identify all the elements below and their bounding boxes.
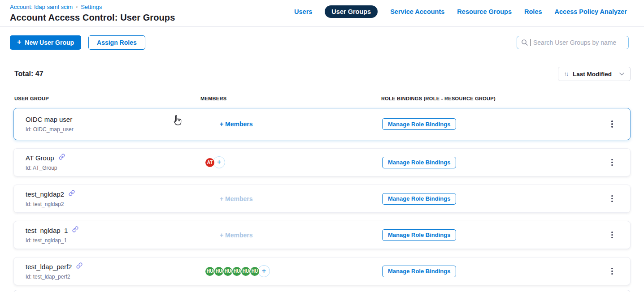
breadcrumb-separator: › [76,3,78,11]
add-members-link[interactable]: + Members [220,195,253,202]
chevron-down-icon [619,73,624,76]
user-group-id: Id: test_ngldap_1 [26,237,201,244]
user-group-cell: test_ngldap_1Id: test_ngldap_1 [26,226,201,244]
tab-service-accounts[interactable]: Service Accounts [390,8,444,15]
kebab-dot [611,234,613,236]
link-icon [59,154,65,162]
new-user-group-button[interactable]: + New User Group [10,35,81,50]
breadcrumb-settings-link[interactable]: Settings [81,3,102,11]
kebab-menu-icon[interactable] [609,266,615,277]
role-bindings-cell: Manage Role Bindings [382,193,594,205]
member-avatars: AT+ [205,156,382,168]
user-group-name-line: test_ngldap2 [26,190,201,198]
sort-label: Last Modified [573,71,612,77]
manage-role-bindings-button[interactable]: Manage Role Bindings [382,266,456,277]
search-input[interactable] [533,39,624,46]
user-group-name: OIDC map user [26,116,72,123]
user-group-name-line: OIDC map user [26,116,201,123]
members-cell: + Members [201,231,382,239]
user-groups-list-panel: Total: 47 ↑↓ Last Modified USER GROUP ME… [0,66,644,292]
user-group-name-line: AT Group [26,154,201,162]
page-title: Account Access Control: User Groups [10,13,175,23]
members-cell: HUHUHUHUHUHU+ [201,265,382,277]
kebab-dot [611,237,613,239]
assign-roles-button[interactable]: Assign Roles [88,35,145,50]
manage-role-bindings-button[interactable]: Manage Role Bindings [382,193,456,205]
user-group-name: AT Group [26,154,54,162]
kebab-dot [611,271,613,272]
user-group-name: test_ldap_perf2 [26,263,72,271]
table-row[interactable]: AT GroupId: AT_GroupAT+Manage Role Bindi… [13,148,631,176]
user-group-cell: AT GroupId: AT_Group [26,154,201,171]
role-bindings-cell: Manage Role Bindings [382,229,594,241]
table-row[interactable]: OIDC map userId: OIDC_map_user+ MembersM… [13,108,631,140]
tab-access-policy-analyzer[interactable]: Access Policy Analyzer [555,8,627,15]
kebab-dot [611,232,613,233]
role-bindings-cell: Manage Role Bindings [382,118,594,130]
new-user-group-label: New User Group [25,39,74,46]
link-icon [69,190,75,198]
kebab-dot [611,123,613,125]
summary-row: Total: 47 ↑↓ Last Modified [13,66,631,82]
user-group-name: test_ngldap_1 [26,227,68,234]
user-group-cell: test_ldap_perf2Id: test_ldap_perf2 [26,262,201,280]
table-row[interactable]: test_ldap_perf2Id: test_ldap_perf2HUHUHU… [13,257,631,285]
sort-dropdown[interactable]: ↑↓ Last Modified [558,67,631,81]
user-group-name-line: test_ldap_perf2 [26,262,201,271]
kebab-dot [611,268,613,270]
user-group-id: Id: test_ldap_perf2 [26,274,201,280]
link-icon [76,262,83,271]
manage-role-bindings-button[interactable]: Manage Role Bindings [382,157,456,168]
tab-roles[interactable]: Roles [524,8,542,15]
table-row[interactable]: test_ngldap2Id: test_ngldap2+ MembersMan… [13,185,631,213]
toolbar: + New User Group Assign Roles [0,27,644,58]
kebab-menu-icon[interactable] [609,157,615,168]
member-avatar[interactable]: HU [249,266,260,277]
kebab-dot [611,201,613,202]
breadcrumb: Account: ldap saml scim › Settings [10,3,175,11]
kebab-menu-icon[interactable] [609,119,615,129]
header-left: Account: ldap saml scim › Settings Accou… [10,3,175,23]
right-edge-divider [642,29,642,292]
add-members-link[interactable]: + Members [220,232,253,239]
search-box[interactable] [517,36,629,49]
column-header-members: MEMBERS [200,96,381,101]
members-cell: + Members [201,195,382,203]
text-cursor [531,39,531,46]
link-icon [72,226,78,234]
user-group-rows: OIDC map userId: OIDC_map_user+ MembersM… [13,108,631,285]
kebab-dot [611,162,613,163]
user-group-name-line: test_ngldap_1 [26,226,201,234]
column-header-user-group: USER GROUP [14,96,200,101]
tab-resource-groups[interactable]: Resource Groups [457,8,512,15]
plus-icon: + [17,38,21,46]
member-avatar[interactable]: AT [205,157,215,168]
user-group-id: Id: AT_Group [26,165,201,171]
user-group-id: Id: OIDC_map_user [26,126,201,133]
kebab-menu-icon[interactable] [609,230,615,240]
breadcrumb-account-link[interactable]: Account: ldap saml scim [10,3,73,11]
manage-role-bindings-button[interactable]: Manage Role Bindings [382,229,456,241]
add-members-link[interactable]: + Members [220,120,253,128]
role-bindings-cell: Manage Role Bindings [382,266,594,277]
kebab-dot [611,159,613,161]
member-avatars: HUHUHUHUHUHU+ [205,265,382,277]
members-cell: AT+ [201,156,382,168]
tab-users[interactable]: Users [294,8,312,15]
sort-arrows-icon: ↑↓ [564,71,568,77]
total-count: Total: 47 [13,70,44,78]
user-group-cell: OIDC map userId: OIDC_map_user [26,116,201,133]
kebab-menu-icon[interactable] [609,193,615,204]
kebab-dot [611,126,613,128]
kebab-dot [611,273,613,275]
manage-role-bindings-button[interactable]: Manage Role Bindings [382,118,456,130]
table-row[interactable]: test_ngldap_1Id: test_ngldap_1+ MembersM… [13,221,631,249]
kebab-dot [611,120,613,122]
table-column-headers: USER GROUP MEMBERS ROLE BINDINGS (ROLE -… [13,96,631,101]
user-group-id: Id: test_ngldap2 [26,201,201,207]
next-row-partial [13,290,631,292]
search-icon [521,39,528,46]
tab-user-groups[interactable]: User Groups [325,5,378,18]
kebab-dot [611,164,613,166]
role-bindings-cell: Manage Role Bindings [382,157,594,168]
